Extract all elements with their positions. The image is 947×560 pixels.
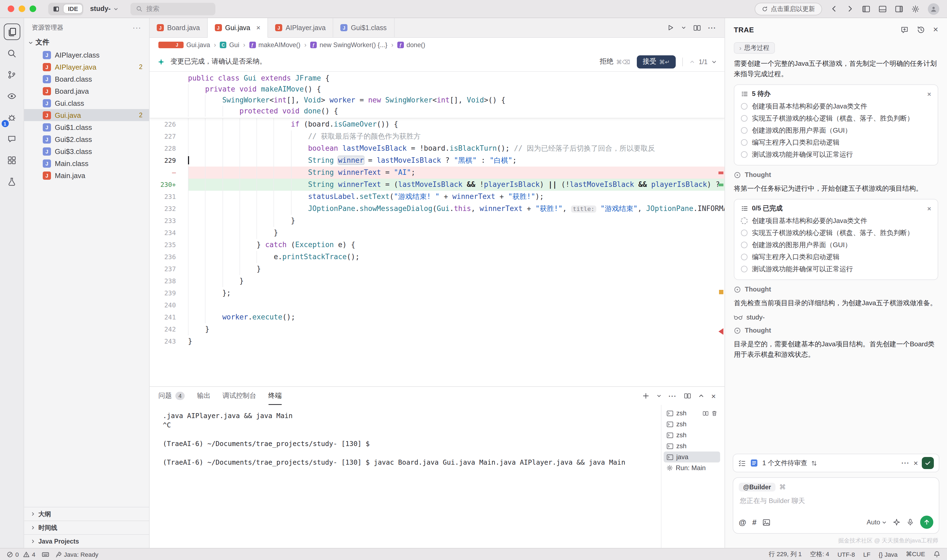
code-editor[interactable]: public class Gui extends JFrame {private…: [149, 72, 725, 386]
timeline-section[interactable]: 时间线: [24, 520, 149, 534]
editor-tab[interactable]: JBoard.java: [149, 18, 208, 37]
global-search-input[interactable]: 搜索: [131, 3, 216, 15]
terminal-session-item[interactable]: zsh: [664, 408, 720, 418]
code-line[interactable]: 228boolean lastMoveIsBlack = !board.isBl…: [149, 143, 725, 154]
code-line[interactable]: 237}: [149, 263, 725, 275]
activity-search[interactable]: [3, 45, 20, 62]
status-item[interactable]: {} Java: [879, 551, 898, 557]
activity-explorer[interactable]: [3, 23, 20, 40]
panel-tab[interactable]: 终端: [268, 387, 282, 405]
navigate-forward-icon[interactable]: [846, 5, 854, 12]
split-panel-icon[interactable]: [684, 392, 691, 400]
activity-testing[interactable]: [3, 173, 20, 189]
thought-row[interactable]: Thought: [734, 171, 938, 178]
java-projects-section[interactable]: Java Projects: [24, 534, 149, 548]
status-item[interactable]: 空格: 4: [810, 550, 829, 558]
todo-item[interactable]: 实现五子棋游戏的核心逻辑（棋盘、落子、胜负判断）: [741, 112, 931, 125]
code-line[interactable]: private void makeAIMove() {: [149, 84, 725, 95]
code-line[interactable]: 235} catch (Exception e) {: [149, 239, 725, 251]
file-item[interactable]: JGui$2.class: [24, 133, 149, 145]
collapse-card-icon[interactable]: ×: [927, 205, 931, 212]
activity-source-control[interactable]: [3, 66, 20, 83]
list-directory-tool-row[interactable]: study-: [734, 314, 938, 321]
tab-close-icon[interactable]: ×: [256, 23, 260, 32]
terminal-profiles-chevron-icon[interactable]: [656, 394, 662, 398]
run-file-icon[interactable]: [667, 24, 674, 31]
file-item[interactable]: JAIPlayer.class: [24, 49, 149, 61]
thought-row[interactable]: Thought: [734, 326, 938, 334]
more-actions-icon[interactable]: ···: [708, 24, 716, 31]
file-item[interactable]: JMain.java: [24, 169, 149, 182]
code-line[interactable]: protected void done() {: [149, 106, 725, 117]
editor-tab[interactable]: JAIPlayer.java: [268, 18, 333, 37]
code-line[interactable]: 242}: [149, 323, 725, 335]
editor-tab[interactable]: JGui.java×: [208, 18, 268, 38]
context-hash-icon[interactable]: #: [752, 518, 756, 526]
todo-item[interactable]: 创建游戏的图形用户界面（GUI）: [741, 125, 931, 137]
maximize-panel-icon[interactable]: [698, 393, 704, 399]
files-review-bar[interactable]: 1 个文件待审查 ··· ×: [733, 454, 939, 472]
settings-gear-icon[interactable]: [912, 5, 919, 13]
todo-item[interactable]: 测试游戏功能并确保可以正常运行: [741, 263, 931, 275]
ide-label[interactable]: IDE: [63, 5, 83, 13]
chat-input[interactable]: 您正在与 Builder 聊天: [739, 491, 933, 515]
todo-item[interactable]: 创建项目基本结构和必要的Java类文件: [741, 215, 931, 227]
problems-status[interactable]: 0 4: [6, 551, 35, 557]
chat-input-card[interactable]: @Builder ⌘ 您正在与 Builder 聊天 @ # Auto: [733, 477, 939, 534]
notifications-bell-icon[interactable]: [933, 551, 941, 558]
panel-tab[interactable]: 输出: [197, 387, 211, 405]
terminal-session-item[interactable]: java: [664, 451, 720, 463]
collapse-card-icon[interactable]: ×: [927, 90, 931, 98]
kill-terminal-icon[interactable]: [711, 410, 718, 416]
code-line[interactable]: 230+String winnerText = (lastMoveIsBlack…: [149, 178, 725, 191]
file-item[interactable]: JGui.java2: [24, 109, 149, 121]
file-item[interactable]: JBoard.java: [24, 85, 149, 97]
file-item[interactable]: JBoard.class: [24, 73, 149, 85]
accept-all-button[interactable]: [922, 457, 934, 469]
file-item[interactable]: JGui$3.class: [24, 145, 149, 157]
accept-button[interactable]: 接受 ⌘↵: [636, 55, 676, 68]
restart-update-button[interactable]: 点击重启以更新: [755, 3, 822, 15]
split-terminal-icon[interactable]: [702, 410, 708, 416]
attach-image-icon[interactable]: [762, 518, 771, 526]
toggle-left-sidebar-icon[interactable]: [862, 5, 870, 13]
run-options-chevron-icon[interactable]: [681, 25, 686, 30]
terminal-session-item[interactable]: Run: Main: [664, 463, 720, 474]
todo-item[interactable]: 实现五子棋游戏的核心逻辑（棋盘、落子、胜负判断）: [741, 227, 931, 239]
breadcrumb-item[interactable]: ƒmakeAIMove(): [249, 41, 300, 49]
outline-section[interactable]: 大纲: [24, 507, 149, 520]
panel-tab[interactable]: 调试控制台: [222, 387, 256, 405]
code-line[interactable]: 229String winner = lastMoveIsBlack ? "黑棋…: [149, 154, 725, 166]
code-line[interactable]: 232JOptionPane.showMessageDialog(Gui.thi…: [149, 203, 725, 215]
code-line[interactable]: 234}: [149, 227, 725, 239]
prev-change-icon[interactable]: [690, 59, 695, 65]
zoom-window-button[interactable]: [29, 6, 36, 12]
minimize-window-button[interactable]: [18, 6, 25, 12]
reject-button[interactable]: 拒绝 ⌘⌫: [600, 57, 630, 66]
java-status[interactable]: Java: Ready: [55, 551, 99, 557]
sort-icon[interactable]: [811, 460, 817, 466]
terminal-session-item[interactable]: zsh: [664, 440, 720, 451]
editor-tab[interactable]: JGui$1.class: [333, 18, 394, 37]
mention-icon[interactable]: @: [739, 518, 746, 526]
next-change-icon[interactable]: [711, 59, 717, 65]
toggle-bottom-panel-icon[interactable]: [879, 5, 887, 13]
code-line[interactable]: 236e.printStackTrace();: [149, 251, 725, 263]
code-line[interactable]: SwingWorker<int[], Void> worker = new Sw…: [149, 95, 725, 106]
new-terminal-icon[interactable]: [642, 392, 650, 400]
code-line[interactable]: 241worker.execute();: [149, 311, 725, 323]
code-line[interactable]: 239};: [149, 287, 725, 299]
file-item[interactable]: JGui$1.class: [24, 121, 149, 133]
code-line[interactable]: 240: [149, 299, 725, 311]
activity-chat[interactable]: [3, 131, 20, 147]
more-actions-icon[interactable]: ···: [901, 459, 910, 467]
terminal-session-item[interactable]: zsh: [664, 418, 720, 429]
new-chat-icon[interactable]: [900, 26, 909, 34]
navigate-back-icon[interactable]: [830, 5, 838, 12]
breadcrumb-item[interactable]: CGui: [220, 41, 239, 49]
code-line[interactable]: 238}: [149, 275, 725, 287]
history-icon[interactable]: [916, 26, 925, 34]
status-item[interactable]: LF: [863, 551, 870, 557]
split-editor-icon[interactable]: [693, 24, 701, 31]
code-line[interactable]: 243}: [149, 335, 725, 348]
